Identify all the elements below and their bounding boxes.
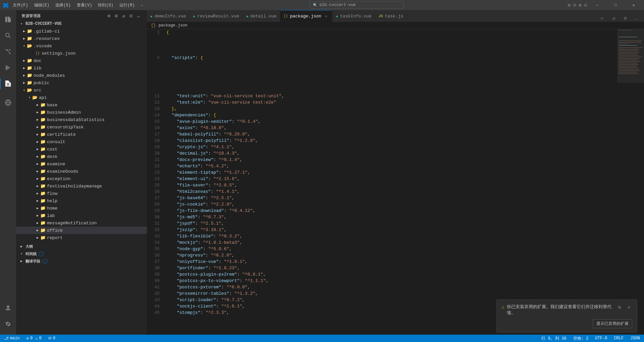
code-line: "dependencies": {	[166, 112, 617, 118]
tree-item-businessAdmin[interactable]: ▶ 📁 businessAdmin	[16, 109, 147, 116]
tab-demoInfo[interactable]: ◈ demoInfo.vue	[147, 10, 190, 22]
menu-goto[interactable]: 转到(G)	[95, 2, 116, 9]
tree-label: desk	[47, 154, 57, 159]
tree-label: certificate	[47, 132, 76, 137]
tree-item-festivalholidaymanage[interactable]: ▶ 📁 festivalholidaymanage	[16, 182, 147, 190]
run-btn[interactable]: ▷	[598, 14, 607, 22]
tree-label: report	[47, 235, 63, 240]
menu-more[interactable]: …	[138, 2, 146, 9]
tree-item-api[interactable]: ▾ 📂 api	[16, 94, 147, 101]
folder-icon: 📁	[40, 124, 46, 130]
activity-item-settings[interactable]	[0, 316, 16, 332]
tree-item-lab[interactable]: ▶ 📁 lab	[16, 212, 147, 219]
tree-item-doc[interactable]: ▶ 📁 doc	[16, 57, 147, 64]
tree-item-help[interactable]: ▶ 📁 help	[16, 197, 147, 205]
tree-item-desk[interactable]: ▶ 📁 desk	[16, 153, 147, 160]
notification-gear-btn[interactable]: ⚙	[616, 304, 623, 310]
activity-item-search[interactable]	[0, 27, 16, 44]
menu-view[interactable]: 查看(V)	[74, 2, 95, 9]
sidebar-collapse-btn[interactable]: ⊟	[128, 13, 134, 19]
tab-close-btn[interactable]: ✕	[323, 13, 329, 19]
tree-item-node-modules[interactable]: ▶ 📁 node_modules	[16, 72, 147, 79]
tree-root[interactable]: ▾ B2B-CVCCERT-VUE	[16, 20, 147, 27]
more-btn[interactable]: …	[632, 14, 641, 22]
tree-item-cost[interactable]: ▶ 📁 cost	[16, 146, 147, 153]
tree-item-consult[interactable]: ▶ 📁 consult	[16, 138, 147, 146]
tree-item-examineGoods[interactable]: ▶ 📁 examineGoods	[16, 168, 147, 175]
tree-label: exception	[47, 176, 70, 181]
search-bar[interactable]: 🔍 b2b-cvccert-vue	[310, 1, 404, 9]
status-language[interactable]: JSON	[629, 335, 641, 342]
status-eol[interactable]: CRLF	[612, 335, 625, 342]
tree-item-gitlab-ci[interactable]: ▶ 📁 .gitlab-ci	[16, 27, 147, 35]
status-branch[interactable]: ⎇ main	[3, 335, 21, 342]
tree-section-translate[interactable]: ▶ 翻译字段 ·	[16, 258, 147, 265]
tree-item-flow[interactable]: ▶ 📁 flow	[16, 190, 147, 197]
tree-item-resources[interactable]: ▶ 📁 .resources	[16, 35, 147, 42]
code-line: "test:e2e": "vue-cli-service test:e2e"	[166, 99, 617, 106]
tab-package-json[interactable]: {} package.json ✕	[280, 10, 332, 22]
activity-item-account[interactable]	[0, 300, 16, 316]
layout-icon-4[interactable]: ⊡	[584, 2, 587, 8]
tree-item-exception[interactable]: ▶ 📁 exception	[16, 175, 147, 182]
activity-item-extensions[interactable]	[0, 76, 16, 92]
tab-taskInfo[interactable]: ◈ taskInfo.vue	[332, 10, 375, 22]
tree-item-public[interactable]: ▶ 📁 public	[16, 79, 147, 87]
status-encoding[interactable]: UTF-8	[594, 335, 608, 342]
tree-section-outline[interactable]: ▶ 大纲	[16, 243, 147, 250]
menu-run[interactable]: 运行(R)	[117, 2, 138, 9]
position-text: 行 9, 列 36	[541, 336, 566, 341]
code-line: },	[166, 106, 617, 112]
status-errors[interactable]: ⊙ 0 ⚠ 0	[25, 335, 43, 342]
tree-item-vscode[interactable]: ▾ 📂 .vscode	[16, 42, 147, 50]
show-deprecated-btn[interactable]: 显示已弃用的扩展	[593, 319, 632, 328]
maximize-button[interactable]: □	[608, 0, 623, 10]
tree-item-lib[interactable]: ▶ 📁 lib	[16, 64, 147, 72]
tree-item-examine[interactable]: ▶ 📁 examine	[16, 160, 147, 168]
status-spaces[interactable]: 空格: 2	[572, 335, 590, 342]
tree-section-timeline[interactable]: ▾ 时间线 ·	[16, 250, 147, 258]
tree-item-businessdataStatistics[interactable]: ▶ 📁 businessdataStatistics	[16, 116, 147, 123]
folder-arrow: ▶	[35, 169, 40, 173]
minimize-button[interactable]: —	[590, 0, 605, 10]
tree-item-censorshipTask[interactable]: ▶ 📁 censorshipTask	[16, 123, 147, 131]
tree-item-report[interactable]: ▶ 📁 report	[16, 234, 147, 241]
activity-item-run[interactable]	[0, 60, 16, 76]
tree-item-certificate[interactable]: ▶ 📁 certificate	[16, 131, 147, 138]
tree-item-office[interactable]: ▶ 📁 office	[16, 227, 147, 234]
sidebar-refresh-btn[interactable]: ↺	[121, 13, 127, 19]
tree-item-settings-json[interactable]: {} settings.json	[16, 50, 147, 57]
menu-edit[interactable]: 编辑(E)	[32, 2, 52, 9]
split-btn[interactable]: ⊟	[621, 14, 630, 22]
tree-label: .resources	[34, 36, 60, 41]
tab-reviewResult[interactable]: ◈ reviewResult.vue	[190, 10, 243, 22]
tree-item-base[interactable]: ▶ 📁 base	[16, 101, 147, 109]
sidebar-more-btn[interactable]: …	[136, 13, 142, 19]
layout-icon-1[interactable]: ⊞	[568, 2, 570, 8]
folder-arrow: ▶	[21, 37, 27, 41]
tree-item-src[interactable]: ▾ 📂 src	[16, 87, 147, 94]
sidebar-new-file-btn[interactable]: ⊕	[106, 13, 112, 19]
folder-arrow: ▶	[35, 214, 40, 218]
notification-close-btn[interactable]: ✕	[626, 304, 632, 310]
layout-icon-3[interactable]: ⊠	[579, 2, 581, 8]
tab-task-js[interactable]: JS task.js	[375, 10, 407, 22]
folder-arrow: ▾	[21, 44, 27, 48]
history-btn[interactable]: ↺	[609, 14, 619, 22]
tab-detail[interactable]: ◈ detail.vue	[243, 10, 280, 22]
status-sync[interactable]: ⟳ 0	[47, 335, 57, 342]
activity-item-explorer[interactable]	[0, 11, 16, 27]
folder-icon: 📁	[40, 102, 46, 108]
menu-file[interactable]: 文件(F)	[10, 2, 31, 9]
close-button[interactable]: ✕	[626, 0, 641, 10]
activity-item-remote[interactable]	[0, 95, 16, 111]
tab-label: reviewResult.vue	[197, 14, 239, 19]
sidebar-new-folder-btn[interactable]: ⊞	[113, 13, 119, 19]
tree-item-messageNotification[interactable]: ▶ 📁 messageNotification	[16, 219, 147, 227]
menu-select[interactable]: 选择(S)	[53, 2, 73, 9]
activity-item-source-control[interactable]	[0, 44, 16, 60]
tree-item-home[interactable]: ▶ 📁 home	[16, 205, 147, 212]
layout-icon-2[interactable]: ⊟	[573, 2, 576, 8]
status-position[interactable]: 行 9, 列 36	[540, 335, 568, 342]
code-area[interactable]: { "scripts": { "test:unit": "vue-cli-ser…	[164, 29, 617, 335]
